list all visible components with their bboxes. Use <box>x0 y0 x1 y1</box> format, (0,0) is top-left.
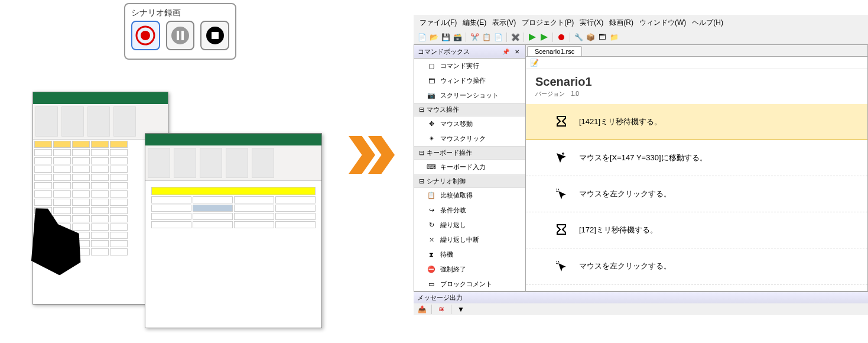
cut-icon[interactable]: ✂️ <box>470 33 479 42</box>
scenario-step[interactable]: マウスを[X=147 Y=330]に移動する。 <box>526 140 867 176</box>
folder-icon[interactable]: 📁 <box>609 33 619 42</box>
cursor-click-icon: ✴ <box>427 135 435 143</box>
command-item[interactable]: 📷スクリーンショット <box>414 88 525 103</box>
step-text: [172]ミリ秒待機する。 <box>579 225 658 235</box>
command-group[interactable]: ⊟シナリオ制御 <box>414 174 525 188</box>
menu-help[interactable]: ヘルプ(H) <box>690 17 726 29</box>
svg-line-13 <box>556 263 558 264</box>
svg-line-15 <box>556 261 557 262</box>
step-text: マウスを[X=147 Y=330]に移動する。 <box>579 153 707 163</box>
command-group[interactable]: ⊟マウス操作 <box>414 103 525 117</box>
pause-button[interactable] <box>166 21 195 50</box>
clear-icon[interactable]: ≋ <box>437 305 446 314</box>
scenario-recorder-popup: シナリオ録画 <box>124 3 236 60</box>
svg-line-14 <box>558 261 559 263</box>
run-icon[interactable] <box>528 33 537 42</box>
command-label: ウィンドウ操作 <box>440 76 486 85</box>
scenario-step[interactable]: [172]ミリ秒待機する。 <box>526 212 867 248</box>
message-output-panel: メッセージ出力 📤 ≋ ▼ <box>414 292 868 315</box>
command-label: 待機 <box>440 250 453 259</box>
edit-icon[interactable]: 📝 <box>529 58 539 67</box>
svg-marker-8 <box>541 34 548 41</box>
hourglass-icon: ⧗ <box>427 251 435 259</box>
svg-point-2 <box>171 27 189 44</box>
pin-icon[interactable]: 📌 <box>501 47 511 56</box>
stop-button[interactable] <box>200 21 229 50</box>
excel-screenshots <box>32 92 328 328</box>
command-item[interactable]: 🗔ウィンドウ操作 <box>414 73 525 88</box>
menu-edit[interactable]: 編集(E) <box>460 17 489 29</box>
new-icon[interactable]: 📄 <box>417 33 427 42</box>
scenario-step[interactable]: [2500]ミリ秒待機する。 <box>526 284 867 291</box>
command-item[interactable]: ⤫繰り返し中断 <box>414 232 525 247</box>
svg-line-12 <box>556 189 557 190</box>
svg-line-10 <box>556 191 558 192</box>
menu-run[interactable]: 実行(X) <box>577 17 606 29</box>
scenario-step[interactable]: マウスを左クリックする。 <box>526 248 867 284</box>
menu-view[interactable]: 表示(V) <box>490 17 518 29</box>
export-icon[interactable]: 📤 <box>417 305 427 314</box>
box-icon[interactable]: 📦 <box>586 33 595 42</box>
command-label: 繰り返し中断 <box>440 235 479 244</box>
svg-rect-3 <box>177 31 179 40</box>
settings-icon[interactable]: 🔧 <box>574 33 583 42</box>
keyboard-icon: ⌨ <box>427 163 435 172</box>
command-item[interactable]: ▭ブロックコメント <box>414 277 525 291</box>
compare-icon: 📋 <box>427 192 435 200</box>
command-label: 強制終了 <box>440 265 466 274</box>
command-label: 条件分岐 <box>440 206 466 215</box>
command-item[interactable]: ⧗待機 <box>414 247 525 262</box>
command-box-panel: コマンドボックス 📌 ✕ ▢コマンド実行🗔ウィンドウ操作📷スクリーンショット⊟マ… <box>414 44 526 292</box>
tab-scenario[interactable]: Scenario1.rsc <box>527 46 582 56</box>
command-item[interactable]: ⛔強制終了 <box>414 262 525 277</box>
step-text: マウスを左クリックする。 <box>579 189 671 199</box>
save-all-icon[interactable]: 🗃️ <box>453 33 462 42</box>
save-icon[interactable]: 💾 <box>441 33 450 42</box>
command-item[interactable]: 📋比較値取得 <box>414 188 525 203</box>
command-label: ブロックコメント <box>440 280 492 289</box>
record-button[interactable] <box>131 21 160 50</box>
menu-project[interactable]: プロジェクト(P) <box>519 17 576 29</box>
command-group[interactable]: ⊟キーボード操作 <box>414 146 525 160</box>
svg-point-1 <box>141 31 150 40</box>
scenario-version: バージョン 1.0 <box>535 90 858 98</box>
menu-record[interactable]: 録画(R) <box>607 17 636 29</box>
command-item[interactable]: ✴マウスクリック <box>414 131 525 146</box>
scenario-step[interactable]: マウスを左クリックする。 <box>526 176 867 212</box>
command-label: キーボード入力 <box>440 163 486 172</box>
close-icon[interactable]: ✕ <box>512 47 522 56</box>
copy-icon[interactable]: 📋 <box>482 33 491 42</box>
svg-marker-7 <box>529 34 536 41</box>
collapse-icon: ⊟ <box>419 149 424 157</box>
paste-icon[interactable]: 📄 <box>493 33 503 42</box>
window-icon: 🗔 <box>427 77 435 85</box>
command-item[interactable]: ↪条件分岐 <box>414 203 525 218</box>
run-step-icon[interactable] <box>539 33 549 42</box>
command-label: スクリーンショット <box>440 91 499 100</box>
collapse-icon: ⊟ <box>419 106 424 114</box>
svg-rect-6 <box>212 32 219 39</box>
scenario-step[interactable]: [1421]ミリ秒待機する。 <box>526 104 867 140</box>
window-list-icon[interactable]: 🗔 <box>597 33 607 42</box>
scenario-title: Scenario1 <box>535 75 858 89</box>
command-item[interactable]: ✥マウス移動 <box>414 117 525 131</box>
camera-icon: 📷 <box>427 92 435 100</box>
cursor-move-icon: ✥ <box>427 120 435 128</box>
delete-icon[interactable]: ✖️ <box>511 33 520 42</box>
command-item[interactable]: ↻繰り返し <box>414 218 525 232</box>
filter-icon[interactable]: ▼ <box>456 305 466 314</box>
open-icon[interactable]: 📂 <box>429 33 438 42</box>
cursor-click-icon <box>554 259 568 273</box>
record-small-icon[interactable] <box>557 33 566 42</box>
hourglass-icon <box>554 223 568 237</box>
rpa-application-window: ファイル(F) 編集(E) 表示(V) プロジェクト(P) 実行(X) 録画(R… <box>414 15 868 315</box>
command-item[interactable]: ⌨キーボード入力 <box>414 160 525 174</box>
scenario-editor: Scenario1.rsc 📝 Scenario1 バージョン 1.0 [142… <box>526 44 868 292</box>
menu-window[interactable]: ウィンドウ(W) <box>637 17 688 29</box>
command-label: 比較値取得 <box>440 191 473 200</box>
command-label: マウスクリック <box>440 134 486 143</box>
menu-file[interactable]: ファイル(F) <box>417 17 459 29</box>
cursor-click-icon <box>554 187 568 201</box>
command-item[interactable]: ▢コマンド実行 <box>414 59 525 73</box>
terminal-icon: ▢ <box>427 62 435 70</box>
